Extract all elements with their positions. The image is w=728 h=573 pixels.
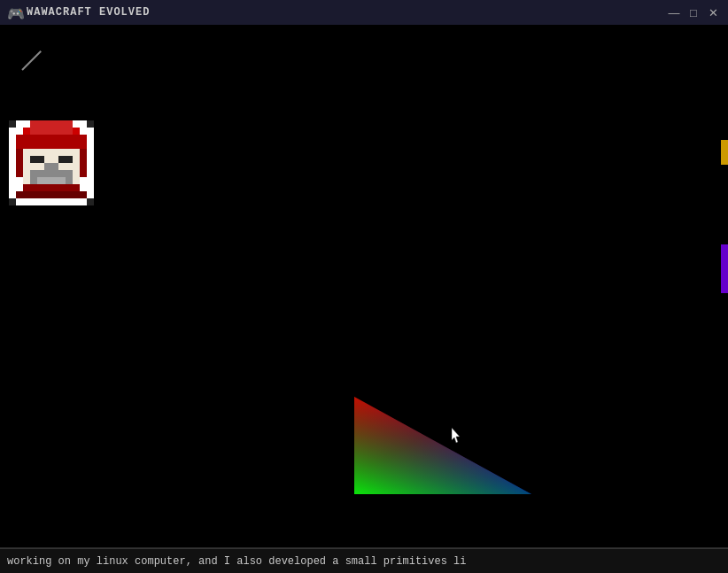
right-panel xyxy=(719,25,728,547)
svg-rect-11 xyxy=(58,156,73,163)
maximize-button[interactable]: □ xyxy=(685,4,701,20)
svg-rect-18 xyxy=(16,191,87,198)
svg-rect-1 xyxy=(9,120,16,128)
mouse-cursor xyxy=(452,428,462,444)
diagonal-line-artifact xyxy=(21,50,42,71)
svg-rect-10 xyxy=(30,156,44,163)
app-icon: 🎮 xyxy=(7,5,21,19)
svg-marker-21 xyxy=(452,428,460,443)
svg-rect-15 xyxy=(16,149,23,177)
status-bar: working on my linux computer, and I also… xyxy=(0,548,728,573)
color-triangle xyxy=(354,397,540,499)
status-text: working on my linux computer, and I also… xyxy=(7,555,466,568)
title-bar-left: 🎮 WAWACRAFT EVOLVED xyxy=(7,5,150,19)
svg-marker-20 xyxy=(354,397,531,494)
svg-rect-8 xyxy=(30,120,73,135)
svg-rect-12 xyxy=(44,163,58,170)
title-bar-controls: — □ ✕ xyxy=(666,4,721,20)
window-title: WAWACRAFT EVOLVED xyxy=(27,6,150,19)
title-bar: 🎮 WAWACRAFT EVOLVED — □ ✕ xyxy=(0,0,728,25)
svg-rect-14 xyxy=(37,177,66,184)
close-button[interactable]: ✕ xyxy=(705,4,721,20)
svg-rect-16 xyxy=(80,149,87,177)
character-sprite xyxy=(9,120,94,210)
game-viewport[interactable] xyxy=(0,25,719,547)
right-panel-purple-accent xyxy=(721,244,728,293)
svg-rect-4 xyxy=(87,198,94,205)
svg-rect-3 xyxy=(9,198,16,205)
svg-rect-2 xyxy=(87,120,94,128)
right-panel-yellow-accent xyxy=(721,140,728,165)
minimize-button[interactable]: — xyxy=(666,4,682,20)
